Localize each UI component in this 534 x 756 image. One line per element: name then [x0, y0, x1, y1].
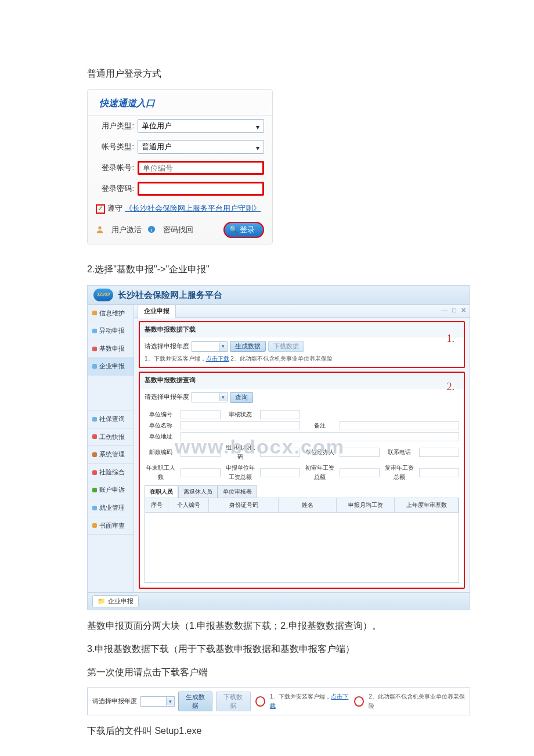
- combo-year-1[interactable]: ▾: [192, 341, 228, 352]
- input-login-acct[interactable]: [138, 161, 264, 175]
- label-select-year-3: 请选择申报年度: [92, 696, 137, 707]
- lab-orgcode: 组织机构代码: [224, 443, 257, 462]
- hint-prefix: 1、下载并安装客户端，: [270, 693, 331, 700]
- lab-inittotal: 初审年工资总额: [304, 463, 336, 482]
- tab-enterprise[interactable]: 企业申报: [138, 304, 176, 318]
- subtab-retired[interactable]: 离退休人员: [178, 485, 218, 498]
- svg-point-0: [98, 226, 101, 229]
- hint-suffix: 2、此功能不包含机关事业单位养老保险: [229, 355, 333, 362]
- fld-orgcode[interactable]: [260, 448, 300, 457]
- sidebar-item-label: 社险综合: [99, 467, 125, 478]
- close-icon[interactable]: ✕: [461, 305, 466, 316]
- fld-post[interactable]: [181, 448, 221, 457]
- activate-link[interactable]: 用户激活: [111, 224, 142, 236]
- minimize-icon[interactable]: —: [441, 305, 448, 316]
- chevron-down-icon: ▾: [219, 342, 227, 350]
- sidebar: 信息维护 异动申报 基数申报 企业申报 社保查询 工伤快报 系统管理 社险综合 …: [88, 305, 134, 592]
- data-grid: 序号 个人编号 身份证号码 姓名 申报月均工资 上年度年审基数: [145, 498, 459, 583]
- doc-para-login-method: 普通用户登录方式: [87, 66, 447, 81]
- hint-prefix: 1、下载并安装客户端，: [145, 355, 206, 362]
- download-client-link[interactable]: 点击下载: [206, 355, 229, 362]
- maximize-icon[interactable]: □: [452, 305, 456, 316]
- select-acct-type[interactable]: [138, 140, 264, 154]
- sidebar-item-infomaint[interactable]: 信息维护: [88, 305, 134, 323]
- fld-inittotal[interactable]: [340, 468, 380, 477]
- col-personno: 个人编号: [168, 498, 209, 512]
- col-idcard: 身份证号码: [209, 498, 279, 512]
- btn-download-data-2[interactable]: 下载数据: [216, 692, 251, 711]
- fld-phone[interactable]: [419, 448, 459, 457]
- folder-icon: 📁: [98, 596, 106, 607]
- sidebar-item-enterprise[interactable]: 企业申报: [88, 358, 134, 376]
- lab-phone: 联系电话: [383, 448, 416, 457]
- fld-rpttotal[interactable]: [260, 468, 300, 477]
- sidebar-item-label: 工伤快报: [99, 432, 125, 442]
- dot-icon: [92, 506, 97, 510]
- label-login-acct: 登录帐号:: [96, 162, 134, 174]
- subtab-unitaudit[interactable]: 单位审核表: [218, 485, 257, 498]
- select-user-type[interactable]: [138, 119, 264, 133]
- fld-agent[interactable]: [340, 448, 380, 457]
- app-title: 长沙社会保险网上服务平台: [118, 288, 222, 302]
- label-login-pwd: 登录密码:: [96, 183, 134, 195]
- lab-yearend: 年末职工人数: [145, 463, 177, 482]
- label-select-year: 请选择申报年度: [145, 341, 189, 352]
- sidebar-item-writtenaudit[interactable]: 书面审查: [88, 517, 134, 535]
- search-icon: 🔍: [229, 225, 238, 233]
- dot-icon: [92, 470, 97, 475]
- fld-unitno[interactable]: [181, 410, 221, 419]
- doc-para-after-dl: 下载后的文件叫 Setup1.exe: [87, 723, 447, 739]
- sidebar-item-label: 就业管理: [99, 503, 125, 513]
- forgot-link[interactable]: 密码找回: [163, 224, 193, 236]
- login-button[interactable]: 🔍 登录: [223, 222, 264, 238]
- section-download-title: 基数申报数据下载: [140, 322, 464, 338]
- subtab-active[interactable]: 在职人员: [145, 485, 178, 498]
- lab-post: 邮政编码: [145, 448, 177, 457]
- fld-remark[interactable]: [340, 421, 459, 430]
- dot-icon: [92, 452, 97, 457]
- sidebar-item-sysmgmt[interactable]: 系统管理: [88, 446, 134, 464]
- sidebar-item-change[interactable]: 异动申报: [88, 322, 134, 340]
- sidebar-item-injury[interactable]: 工伤快报: [88, 429, 134, 447]
- combo-year-2[interactable]: ▾: [192, 392, 228, 402]
- fld-unitaddr[interactable]: [181, 432, 459, 441]
- lab-audit: 审核状态: [224, 410, 257, 419]
- btn-gen-data-2[interactable]: 生成数据: [178, 692, 213, 711]
- footer-tab-enterprise[interactable]: 📁 企业申报: [92, 595, 139, 608]
- lab-unitaddr: 单位地址: [145, 432, 177, 441]
- sidebar-item-jobmgmt[interactable]: 就业管理: [88, 499, 134, 517]
- lab-rpttotal: 申报单位年工资总额: [224, 463, 257, 482]
- agree-checkbox[interactable]: ✓: [96, 204, 105, 214]
- doc-para-step3b: 第一次使用请点击下载客户端: [87, 665, 447, 680]
- label-select-year-2: 请选择申报年度: [145, 392, 189, 402]
- section-query-title: 基数申报数据查询: [140, 373, 464, 388]
- input-login-pwd[interactable]: [138, 182, 264, 196]
- btn-gen-data[interactable]: 生成数据: [230, 341, 266, 352]
- sidebar-item-label: 企业申报: [99, 361, 125, 372]
- agree-link[interactable]: 《长沙社会保险网上服务平台用户守则》: [125, 203, 261, 215]
- fld-reaudit[interactable]: [419, 468, 459, 477]
- label-user-type: 用户类型:: [96, 120, 134, 132]
- dot-icon: [92, 364, 97, 369]
- dot-icon: [92, 347, 97, 351]
- dot-icon: [92, 523, 97, 528]
- sidebar-item-label: 书面审查: [99, 521, 125, 531]
- lab-remark: 备注: [304, 421, 336, 430]
- sidebar-item-ssquery[interactable]: 社保查询: [88, 411, 134, 429]
- btn-query[interactable]: 查询: [230, 392, 253, 403]
- btn-download-data[interactable]: 下载数据: [268, 341, 304, 352]
- circle-icon: [354, 696, 364, 707]
- doc-para-note: 基数申报页面分两大块（1.申报基数数据下载；2.申报基数数据查询）。: [87, 618, 447, 633]
- fld-unitname[interactable]: [181, 421, 300, 430]
- fld-yearend[interactable]: [181, 468, 221, 477]
- section-download: 基数申报数据下载 请选择申报年度 ▾ 生成数据 下载数据 1、下载并安装客户端，…: [139, 321, 465, 369]
- sidebar-item-sszh[interactable]: 社险综合: [88, 464, 134, 482]
- login-title: 快速通道入口: [88, 90, 272, 116]
- app-screenshot: 12333 长沙社会保险网上服务平台 信息维护 异动申报 基数申报 企业申报 社…: [87, 285, 470, 611]
- chevron-down-icon: ▾: [219, 393, 227, 401]
- combo-year-3[interactable]: ▾: [140, 696, 175, 707]
- sidebar-item-base[interactable]: 基数申报: [88, 340, 134, 358]
- marker-1: 1.: [447, 330, 455, 347]
- sidebar-item-appeal[interactable]: 账户申诉: [88, 481, 134, 499]
- fld-audit[interactable]: [260, 410, 300, 419]
